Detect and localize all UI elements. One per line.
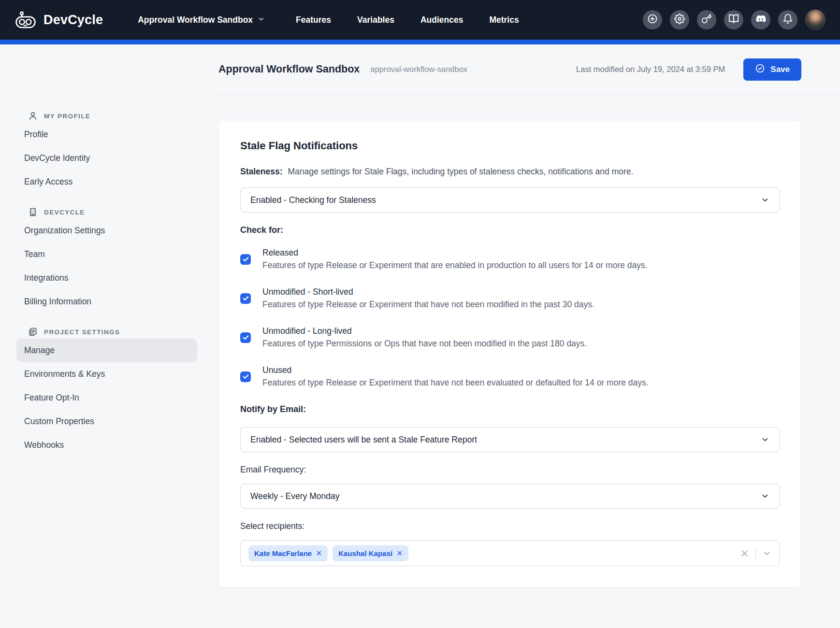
nav-link-metrics[interactable]: Metrics (489, 15, 519, 25)
recipients-dropdown-icon[interactable] (762, 549, 771, 558)
recipient-chip: Kate MacFarlane (248, 545, 328, 561)
create-button[interactable] (643, 10, 662, 29)
sidebar-section-label: DEVCYCLE (44, 209, 85, 216)
checkbox-unmodified-short-lived[interactable] (240, 293, 251, 304)
remove-recipient-icon[interactable] (316, 550, 322, 556)
chevron-down-icon (258, 15, 265, 25)
sidebar-item-custom-properties[interactable]: Custom Properties (16, 410, 197, 433)
sidebar-section-header: DEVCYCLE (16, 207, 213, 217)
topbar-actions (643, 10, 826, 30)
check-for-label: Check for: (240, 225, 780, 235)
sidebar-item-early-access[interactable]: Early Access (16, 170, 197, 194)
recipients-multiselect[interactable]: Kate MacFarlane Kaushal Kapasi (240, 540, 780, 566)
card-title: Stale Flag Notifications (240, 140, 780, 152)
check-option-unmodified-short-lived: Unmodified - Short-lived Features of typ… (240, 287, 780, 310)
check-option-description: Features of type Release or Experiment t… (262, 300, 594, 310)
sidebar-section-project-settings: PROJECT SETTINGS Manage Environments & K… (16, 327, 213, 457)
brand-name: DevCycle (43, 13, 103, 28)
user-avatar[interactable] (805, 10, 826, 30)
robot-icon (14, 11, 37, 29)
api-keys-button[interactable] (697, 10, 716, 29)
notify-by-email-select-value: Enabled - Selected users will be sent a … (250, 435, 477, 445)
docs-button[interactable] (724, 10, 743, 29)
sidebar-item-environments-keys[interactable]: Environments & Keys (16, 362, 197, 386)
sidebar-item-devcycle-identity[interactable]: DevCycle Identity (16, 146, 197, 170)
sidebar-section-label: MY PROFILE (44, 113, 90, 120)
sidebar-section-devcycle: DEVCYCLE Organization Settings Team Inte… (16, 207, 213, 314)
save-button[interactable]: Save (743, 58, 801, 81)
gear-icon (674, 14, 685, 26)
nav-link-variables[interactable]: Variables (357, 15, 394, 25)
check-option-label: Unused (262, 365, 649, 375)
check-option-description: Features of type Permissions or Ops that… (262, 339, 587, 349)
sidebar-item-organization-settings[interactable]: Organization Settings (16, 219, 197, 243)
nav-link-audiences[interactable]: Audiences (420, 15, 463, 25)
remove-recipient-icon[interactable] (397, 550, 403, 556)
building-icon (28, 207, 38, 217)
checkbox-released[interactable] (240, 254, 251, 265)
page-title: Approval Workflow Sandbox (218, 63, 360, 75)
person-icon (28, 111, 38, 121)
check-option-unmodified-long-lived: Unmodified - Long-lived Features of type… (240, 326, 780, 349)
nav-link-features[interactable]: Features (296, 15, 331, 25)
accent-bar (0, 40, 840, 44)
notify-by-email-select[interactable]: Enabled - Selected users will be sent a … (240, 427, 780, 452)
clear-recipients-icon[interactable] (740, 549, 749, 558)
recipient-name: Kate MacFarlane (254, 549, 312, 557)
staleness-select[interactable]: Enabled - Checking for Staleness (240, 187, 780, 213)
email-frequency-select[interactable]: Weekly - Every Monday (240, 484, 780, 509)
sidebar-section-header: PROJECT SETTINGS (16, 327, 213, 337)
staleness-label: Staleness: (240, 167, 283, 176)
sidebar-item-webhooks[interactable]: Webhooks (16, 433, 197, 457)
check-option-label: Released (262, 248, 648, 258)
last-modified-text: Last modified on July 19, 2024 at 3:59 P… (576, 65, 725, 74)
sidebar-section-my-profile: MY PROFILE Profile DevCycle Identity Ear… (16, 111, 213, 194)
sidebar-item-team[interactable]: Team (16, 243, 197, 266)
key-icon (701, 14, 712, 26)
discord-icon (755, 14, 767, 27)
email-frequency-label: Email Frequency: (240, 465, 780, 475)
check-option-description: Features of type Release or Experiment t… (262, 378, 649, 388)
project-selector[interactable]: Approval Workflow Sandbox (138, 15, 265, 25)
sidebar-item-feature-opt-in[interactable]: Feature Opt-In (16, 386, 197, 410)
sidebar-item-integrations[interactable]: Integrations (16, 266, 197, 290)
recipients-field-controls (740, 547, 771, 559)
email-frequency-select-value: Weekly - Every Monday (250, 491, 339, 501)
recipient-chip: Kaushal Kapasi (333, 545, 408, 561)
stale-flag-notifications-card: Stale Flag Notifications Staleness: Mana… (218, 120, 801, 588)
save-button-label: Save (770, 65, 790, 74)
devcycle-logo[interactable]: DevCycle (14, 11, 103, 29)
app-root: DevCycle Approval Workflow Sandbox Featu… (0, 0, 840, 628)
checkbox-unmodified-long-lived[interactable] (240, 332, 251, 343)
staleness-select-value: Enabled - Checking for Staleness (250, 195, 376, 205)
select-recipients-label: Select recipients: (240, 521, 780, 531)
staleness-description-text: Manage settings for Stale Flags, includi… (288, 167, 633, 176)
book-icon (728, 14, 739, 26)
sidebar-item-manage[interactable]: Manage (16, 339, 197, 362)
sidebar-item-billing-information[interactable]: Billing Information (16, 290, 197, 314)
checkbox-unused[interactable] (240, 371, 251, 382)
check-circle-icon (755, 63, 765, 76)
settings-sidebar: MY PROFILE Profile DevCycle Identity Ear… (0, 44, 213, 628)
clipboard-icon (28, 327, 38, 337)
notify-by-email-label: Notify by Email: (240, 404, 780, 414)
bell-icon (782, 14, 793, 26)
field-divider (755, 547, 756, 559)
plus-circle-icon (647, 14, 658, 26)
top-navbar: DevCycle Approval Workflow Sandbox Featu… (0, 0, 840, 40)
sidebar-section-header: MY PROFILE (16, 111, 213, 121)
staleness-description: Staleness: Manage settings for Stale Fla… (240, 167, 780, 177)
discord-button[interactable] (751, 10, 770, 29)
check-option-released: Released Features of type Release or Exp… (240, 248, 780, 271)
check-option-label: Unmodified - Short-lived (262, 287, 594, 297)
primary-nav: Features Variables Audiences Metrics (296, 15, 519, 25)
check-option-description: Features of type Release or Experiment t… (262, 260, 648, 271)
page-slug: approval-workflow-sandbox (370, 65, 467, 74)
sidebar-item-profile[interactable]: Profile (16, 123, 197, 146)
check-option-unused: Unused Features of type Release or Exper… (240, 365, 780, 388)
chevron-down-icon (761, 435, 769, 444)
page-header: Approval Workflow Sandbox approval-workf… (213, 44, 840, 95)
chevron-down-icon (761, 492, 769, 500)
notifications-button[interactable] (778, 10, 797, 29)
settings-button[interactable] (670, 10, 689, 29)
